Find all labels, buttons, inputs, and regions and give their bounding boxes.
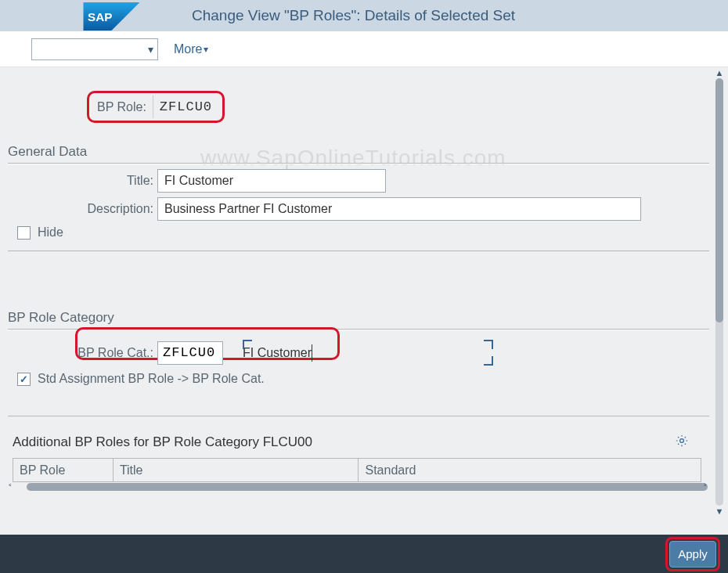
additional-heading: Additional BP Roles for BP Role Category…	[13, 434, 312, 450]
more-menu[interactable]: More ▾	[174, 42, 208, 56]
additional-roles-table: BP Role Title Standard	[13, 458, 701, 482]
divider	[8, 416, 709, 416]
group-general-data: General Data Title: Description: Hide	[5, 144, 712, 251]
hide-checkbox[interactable]	[17, 226, 31, 240]
toolbar: ▾ More ▾	[0, 31, 728, 67]
page-title: Change View "BP Roles": Details of Selec…	[192, 7, 515, 24]
scroll-thumb[interactable]	[715, 78, 723, 323]
title-input[interactable]	[157, 169, 386, 193]
table-header-title[interactable]: Title	[113, 459, 359, 482]
bp-role-cat-label: BP Role Cat.:	[5, 346, 157, 360]
description-label: Description:	[5, 202, 157, 216]
selection-corner-icon	[243, 340, 252, 349]
bp-role-value: ZFLCU0	[153, 98, 218, 116]
bp-role-field: BP Role: ZFLCU0	[87, 91, 225, 123]
scroll-right-icon[interactable]: ˃	[703, 483, 708, 493]
svg-text:SAP: SAP	[88, 10, 112, 23]
chevron-down-icon: ▾	[204, 44, 208, 55]
divider	[8, 163, 709, 164]
table-header-bp-role[interactable]: BP Role	[13, 459, 114, 482]
std-assignment-checkbox[interactable]	[17, 373, 31, 386]
apply-button[interactable]: Apply	[669, 541, 716, 568]
toolbar-dropdown[interactable]: ▾	[31, 38, 158, 60]
more-label: More	[174, 42, 202, 56]
group-additional-roles: Additional BP Roles for BP Role Category…	[13, 434, 712, 496]
bp-role-cat-desc[interactable]: FI Customer	[243, 346, 312, 360]
highlight-box: Apply	[665, 537, 720, 571]
text-cursor	[312, 344, 312, 362]
bp-role-cat-desc-wrap: FI Customer	[243, 340, 312, 366]
divider	[8, 250, 709, 251]
table-header-standard[interactable]: Standard	[359, 459, 701, 482]
gear-icon[interactable]	[675, 434, 689, 450]
footer-bar: Apply	[0, 535, 728, 573]
bp-role-label: BP Role:	[97, 100, 153, 114]
chevron-down-icon: ▾	[148, 43, 153, 56]
title-label: Title:	[5, 174, 157, 188]
header-bar: SAP Change View "BP Roles": Details of S…	[0, 0, 728, 31]
svg-point-2	[680, 439, 684, 443]
hide-label: Hide	[38, 225, 63, 240]
vertical-scrollbar[interactable]: ▲ ▼	[714, 67, 725, 517]
selection-bracket-right	[484, 340, 493, 366]
scroll-thumb[interactable]	[27, 483, 708, 491]
section-heading-category: BP Role Category	[5, 310, 712, 329]
group-bp-role-category: BP Role Category BP Role Cat.: FI Custom…	[5, 310, 712, 416]
sap-logo: SAP	[82, 2, 141, 33]
scroll-down-icon[interactable]: ▼	[714, 506, 725, 517]
scroll-up-icon[interactable]: ▲	[714, 67, 725, 78]
section-heading-general: General Data	[5, 144, 712, 163]
bp-role-cat-input[interactable]	[157, 341, 223, 365]
std-assignment-label: Std Assignment BP Role -> BP Role Cat.	[38, 372, 265, 386]
scroll-left-icon[interactable]: ˂	[8, 483, 13, 493]
horizontal-scrollbar[interactable]: ˂ ˃	[13, 481, 712, 496]
main-content: www.SapOnlineTutorials.com BP Role: ZFLC…	[0, 67, 728, 517]
description-input[interactable]	[157, 197, 641, 221]
